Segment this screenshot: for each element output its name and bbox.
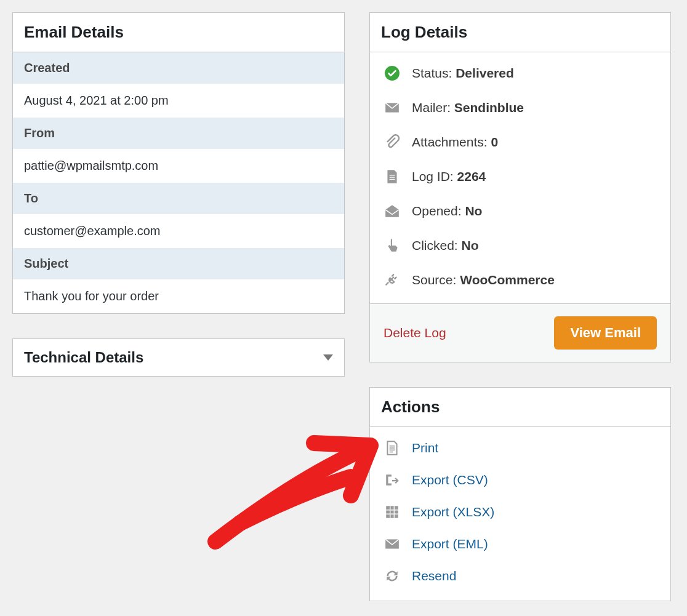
log-row-source: Source: WooCommerce — [370, 263, 670, 297]
delete-log-link[interactable]: Delete Log — [384, 326, 446, 340]
email-details-title: Email Details — [13, 13, 344, 52]
actions-panel: Actions Print Export (CSV) — [369, 387, 671, 601]
log-row-attachments: Attachments: 0 — [370, 125, 670, 159]
mailer-label: Mailer: — [412, 100, 454, 114]
opened-value: No — [465, 204, 482, 218]
document-icon — [384, 439, 401, 457]
clicked-value: No — [462, 238, 479, 252]
logid-label: Log ID: — [412, 169, 457, 183]
hand-pointer-icon — [384, 237, 401, 254]
action-export-csv[interactable]: Export (CSV) — [370, 464, 670, 496]
file-icon — [384, 168, 401, 185]
action-print[interactable]: Print — [370, 432, 670, 464]
spreadsheet-icon — [384, 503, 401, 521]
log-row-clicked: Clicked: No — [370, 228, 670, 263]
from-label: From — [13, 118, 344, 149]
clicked-label: Clicked: — [412, 238, 462, 252]
action-export-eml[interactable]: Export (EML) — [370, 528, 670, 560]
paperclip-icon — [384, 134, 401, 151]
subject-value: Thank you for your order — [13, 279, 344, 313]
svg-rect-1 — [386, 506, 398, 518]
action-resend[interactable]: Resend — [370, 560, 670, 592]
print-label: Print — [412, 441, 438, 455]
actions-title: Actions — [381, 398, 440, 417]
log-row-mailer: Mailer: Sendinblue — [370, 90, 670, 125]
status-label: Status: — [412, 66, 456, 80]
source-value: WooCommerce — [460, 273, 555, 287]
from-value: pattie@wpmailsmtp.com — [13, 149, 344, 183]
refresh-icon — [384, 567, 401, 585]
action-export-xlsx[interactable]: Export (XLSX) — [370, 496, 670, 528]
technical-details-panel[interactable]: Technical Details — [12, 338, 345, 377]
email-details-panel: Email Details Created August 4, 2021 at … — [12, 12, 345, 314]
resend-label: Resend — [412, 569, 456, 583]
attachments-label: Attachments: — [412, 135, 491, 149]
opened-label: Opened: — [412, 204, 465, 218]
mailer-value: Sendinblue — [454, 100, 524, 114]
log-details-panel: Log Details Status: Delivered Mailer: Se… — [369, 12, 671, 362]
export-xlsx-label: Export (XLSX) — [412, 505, 494, 519]
status-value: Delivered — [456, 66, 514, 80]
log-details-title: Log Details — [381, 23, 467, 42]
to-label: To — [13, 183, 344, 214]
subject-label: Subject — [13, 248, 344, 279]
log-row-logid: Log ID: 2264 — [370, 159, 670, 194]
check-circle-icon — [384, 65, 401, 82]
log-row-opened: Opened: No — [370, 194, 670, 228]
to-value: customer@example.com — [13, 214, 344, 248]
plug-icon — [384, 271, 401, 289]
export-csv-label: Export (CSV) — [412, 473, 488, 487]
created-label: Created — [13, 52, 344, 84]
log-row-status: Status: Delivered — [370, 56, 670, 90]
envelope-open-icon — [384, 202, 401, 220]
created-value: August 4, 2021 at 2:00 pm — [13, 84, 344, 118]
view-email-button[interactable]: View Email — [554, 316, 657, 350]
source-label: Source: — [412, 273, 460, 287]
attachments-value: 0 — [491, 135, 498, 149]
export-arrow-icon — [384, 471, 401, 489]
chevron-down-icon[interactable] — [323, 354, 333, 361]
logid-value: 2264 — [457, 169, 486, 183]
email-details-heading: Email Details — [24, 23, 124, 42]
export-eml-label: Export (EML) — [412, 537, 488, 551]
technical-details-title: Technical Details — [24, 349, 143, 366]
envelope-icon — [384, 99, 401, 116]
mail-icon — [384, 535, 401, 553]
